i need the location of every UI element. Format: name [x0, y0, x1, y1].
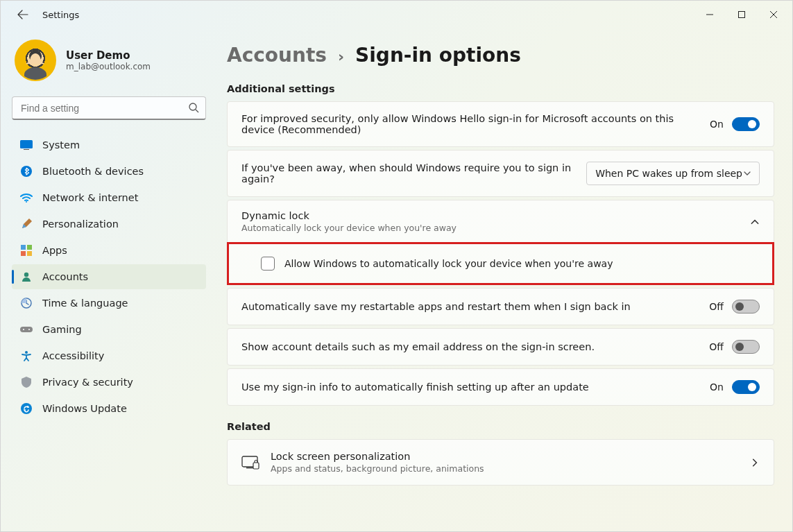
- nav-item-privacy[interactable]: Privacy & security: [12, 370, 206, 395]
- sidebar: User Demo m_lab@outlook.com System Bluet…: [1, 28, 217, 531]
- gaming-icon: [20, 323, 33, 336]
- link-sub: Apps and status, background picture, ani…: [271, 463, 739, 474]
- svg-rect-4: [24, 149, 29, 150]
- checkbox-dynamic-lock[interactable]: [261, 257, 275, 271]
- link-lock-screen[interactable]: Lock screen personalization Apps and sta…: [227, 439, 774, 486]
- accounts-icon: [20, 271, 33, 283]
- network-icon: [20, 191, 33, 204]
- close-button[interactable]: [758, 3, 790, 26]
- nav-item-bluetooth[interactable]: Bluetooth & devices: [12, 159, 206, 184]
- search-box[interactable]: [12, 96, 206, 120]
- setting-dynamic-lock: Dynamic lock Automatically lock your dev…: [227, 200, 774, 285]
- breadcrumb-separator: ›: [338, 48, 344, 65]
- user-email: m_lab@outlook.com: [66, 62, 151, 71]
- setting-hello-only: For improved security, only allow Window…: [227, 101, 774, 147]
- chevron-up-icon: [750, 217, 760, 227]
- nav-item-apps[interactable]: Apps: [12, 238, 206, 263]
- nav-label: Apps: [42, 245, 67, 256]
- bluetooth-icon: [20, 165, 33, 178]
- avatar: [15, 40, 56, 81]
- nav-item-accounts[interactable]: Accounts: [12, 264, 206, 289]
- section-related-title: Related: [227, 421, 774, 432]
- main-content: Accounts › Sign-in options Additional se…: [217, 28, 792, 531]
- nav-label: Time & language: [42, 298, 128, 309]
- svg-rect-19: [246, 467, 253, 468]
- breadcrumb-parent[interactable]: Accounts: [227, 44, 327, 67]
- arrow-left-icon: [17, 9, 28, 20]
- personalization-icon: [20, 218, 33, 230]
- setting-text: Use my sign-in info to automatically fin…: [241, 381, 699, 393]
- setting-sub: Automatically lock your device when you'…: [241, 223, 750, 233]
- breadcrumb: Accounts › Sign-in options: [227, 44, 774, 67]
- svg-rect-9: [21, 251, 26, 256]
- titlebar: Settings: [1, 1, 792, 28]
- toggle-restart-apps[interactable]: [732, 300, 760, 314]
- svg-rect-20: [253, 463, 259, 469]
- dropdown-require-signin[interactable]: When PC wakes up from sleep: [586, 162, 760, 185]
- toggle-state: Off: [709, 341, 724, 352]
- dynamic-lock-header[interactable]: Dynamic lock Automatically lock your dev…: [228, 200, 774, 243]
- svg-rect-3: [20, 140, 33, 148]
- nav-label: Accessibility: [42, 350, 104, 361]
- maximize-icon: [737, 10, 746, 19]
- svg-point-2: [189, 103, 196, 110]
- window-controls: [694, 3, 790, 26]
- nav-item-accessibility[interactable]: Accessibility: [12, 343, 206, 368]
- checkbox-label: Allow Windows to automatically lock your…: [284, 258, 613, 269]
- nav-label: Bluetooth & devices: [42, 166, 144, 177]
- svg-point-17: [21, 403, 32, 414]
- section-additional-title: Additional settings: [227, 83, 774, 94]
- setting-text: For improved security, only allow Window…: [241, 113, 699, 135]
- window-title: Settings: [42, 10, 79, 20]
- toggle-account-details[interactable]: [732, 340, 760, 354]
- setting-text: Automatically save my restartable apps a…: [241, 301, 698, 312]
- dropdown-value: When PC wakes up from sleep: [595, 168, 742, 179]
- nav-item-system[interactable]: System: [12, 132, 206, 157]
- system-icon: [20, 139, 33, 151]
- avatar-icon: [17, 44, 53, 80]
- setting-require-signin: If you've been away, when should Windows…: [227, 150, 774, 197]
- svg-point-11: [24, 273, 28, 277]
- nav-label: Windows Update: [42, 403, 127, 414]
- dynamic-lock-body: Allow Windows to automatically lock your…: [227, 242, 774, 285]
- toggle-hello-only[interactable]: [732, 117, 760, 131]
- setting-text: If you've been away, when should Windows…: [241, 162, 575, 185]
- svg-point-14: [23, 329, 24, 330]
- nav-list: System Bluetooth & devices Network & int…: [12, 132, 206, 421]
- user-profile[interactable]: User Demo m_lab@outlook.com: [12, 37, 206, 92]
- setting-finish-setup: Use my sign-in info to automatically fin…: [227, 368, 774, 406]
- minimize-button[interactable]: [694, 3, 726, 26]
- minimize-icon: [706, 10, 714, 19]
- svg-point-15: [28, 329, 30, 330]
- nav-item-gaming[interactable]: Gaming: [12, 317, 206, 342]
- nav-item-update[interactable]: Windows Update: [12, 396, 206, 421]
- svg-point-16: [25, 351, 28, 354]
- search-input[interactable]: [12, 96, 206, 120]
- toggle-state: On: [710, 119, 724, 130]
- chevron-down-icon: [742, 169, 752, 178]
- user-name: User Demo: [66, 49, 151, 62]
- search-icon: [188, 102, 199, 113]
- svg-rect-7: [21, 245, 26, 250]
- nav-item-network[interactable]: Network & internet: [12, 185, 206, 210]
- nav-item-personalization[interactable]: Personalization: [12, 212, 206, 237]
- setting-title: Dynamic lock: [241, 210, 750, 221]
- nav-item-time[interactable]: Time & language: [12, 291, 206, 316]
- lock-screen-icon: [241, 454, 259, 472]
- close-icon: [769, 10, 778, 19]
- link-title: Lock screen personalization: [271, 451, 739, 462]
- svg-point-6: [26, 201, 27, 203]
- nav-label: Gaming: [42, 324, 82, 335]
- nav-label: System: [42, 139, 80, 151]
- toggle-state: Off: [709, 301, 724, 312]
- setting-account-details: Show account details such as my email ad…: [227, 328, 774, 366]
- setting-text: Show account details such as my email ad…: [241, 341, 698, 352]
- chevron-right-icon: [750, 458, 760, 467]
- toggle-finish-setup[interactable]: [732, 380, 760, 394]
- maximize-button[interactable]: [726, 3, 758, 26]
- nav-label: Network & internet: [42, 192, 138, 203]
- svg-rect-13: [20, 327, 33, 332]
- nav-label: Privacy & security: [42, 377, 133, 388]
- back-button[interactable]: [15, 6, 31, 23]
- update-icon: [20, 402, 33, 415]
